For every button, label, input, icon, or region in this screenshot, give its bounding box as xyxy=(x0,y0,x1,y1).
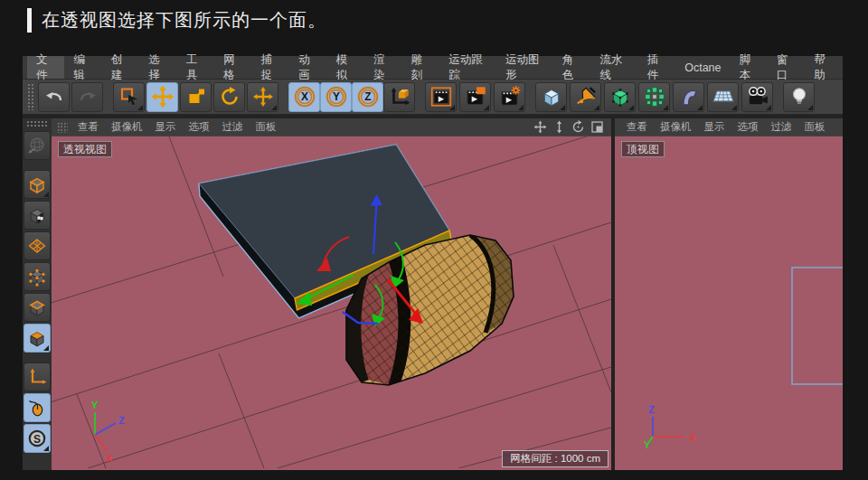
move-tool-button[interactable] xyxy=(146,82,178,112)
floor-icon xyxy=(712,85,735,108)
light-button[interactable] xyxy=(783,82,815,112)
vp-menu-display[interactable]: 显示 xyxy=(149,120,183,134)
live-selection-button[interactable] xyxy=(113,82,145,112)
undo-button[interactable] xyxy=(38,82,70,112)
subdivision-surface-button[interactable] xyxy=(604,82,636,112)
vp-menu-cameras[interactable]: 摄像机 xyxy=(105,120,149,134)
scale-tool-button[interactable] xyxy=(180,82,212,112)
render-settings-button[interactable] xyxy=(494,82,525,112)
rotate-tool-button[interactable] xyxy=(213,82,245,112)
task-title: 在透视图选择下图所示的一个面。 xyxy=(42,8,326,33)
vp-menu-cameras[interactable]: 摄像机 xyxy=(654,120,698,134)
snap-mouse-button[interactable] xyxy=(24,393,51,422)
vp-menu-panel[interactable]: 面板 xyxy=(798,120,832,134)
vp-menu-options[interactable]: 选项 xyxy=(183,120,216,134)
redo-button[interactable] xyxy=(71,82,103,112)
snap-s-icon: S xyxy=(27,428,47,448)
texture-mode-icon xyxy=(27,205,47,225)
perspective-axis-indicator: Y Z X xyxy=(91,400,125,464)
vp-menu-display[interactable]: 显示 xyxy=(698,120,731,134)
menu-file[interactable]: 文件 xyxy=(27,56,64,79)
menu-create[interactable]: 创建 xyxy=(102,56,139,79)
top-viewport[interactable]: Z X Y 顶视图 xyxy=(615,136,843,470)
svg-text:Y: Y xyxy=(333,90,340,103)
x-axis-lock-button[interactable]: X xyxy=(288,82,320,112)
menu-plugins[interactable]: 插件 xyxy=(638,56,675,79)
last-tool-button[interactable] xyxy=(247,82,278,112)
redo-icon xyxy=(77,86,99,108)
y-axis-lock-button[interactable]: Y xyxy=(320,82,352,112)
render-picture-viewer-icon xyxy=(464,85,487,108)
pen-spline-icon xyxy=(574,85,598,108)
menu-tools[interactable]: 工具 xyxy=(177,56,214,79)
vp-menu-view[interactable]: 查看 xyxy=(71,120,105,134)
subdivision-surface-icon xyxy=(609,85,632,108)
rotate-icon xyxy=(219,86,241,108)
perspective-viewport[interactable]: Y Z X 透视视图 网格间距 : 1000 cm xyxy=(52,136,611,470)
menu-mograph[interactable]: 运动图形 xyxy=(496,56,553,79)
coordinate-system-button[interactable] xyxy=(383,82,415,112)
array-button[interactable] xyxy=(638,82,670,112)
menu-edit[interactable]: 编辑 xyxy=(64,56,101,79)
menu-mesh[interactable]: 网格 xyxy=(214,56,251,79)
render-view-icon xyxy=(429,85,453,108)
rotate-view-icon[interactable] xyxy=(571,120,585,134)
maximize-view-icon[interactable] xyxy=(590,120,604,134)
menu-simulate[interactable]: 模拟 xyxy=(327,56,364,79)
model-mode-button[interactable] xyxy=(24,170,51,199)
workplane-mode-button[interactable] xyxy=(24,231,51,260)
menu-script[interactable]: 脚本 xyxy=(731,56,768,79)
add-cube-button[interactable] xyxy=(535,82,567,112)
zoom-view-icon[interactable] xyxy=(552,120,566,134)
last-tool-icon xyxy=(252,86,274,108)
texture-mode-button[interactable] xyxy=(24,201,51,230)
perspective-scene: Y Z X xyxy=(52,136,611,468)
y-axis-lock-icon: Y xyxy=(325,85,348,108)
perspective-pane-header: 查看 摄像机 显示 选项 过滤 面板 xyxy=(52,118,611,136)
sidebar-drag-handle[interactable] xyxy=(26,120,48,127)
undo-icon xyxy=(43,86,65,108)
vp-menu-options[interactable]: 选项 xyxy=(731,120,765,134)
pane-drag-handle[interactable] xyxy=(57,122,68,133)
menu-octane[interactable]: Octane xyxy=(675,56,730,79)
edges-mode-icon xyxy=(27,297,47,317)
svg-text:X: X xyxy=(106,453,113,464)
workspace: S 查看 摄像机 显示 选项 过滤 面板 xyxy=(23,115,843,470)
menu-motion-tracker[interactable]: 运动跟踪 xyxy=(439,56,496,79)
floor-button[interactable] xyxy=(707,82,739,112)
menu-sculpt[interactable]: 雕刻 xyxy=(402,56,439,79)
vp-menu-panel[interactable]: 面板 xyxy=(250,120,283,134)
snap-s-button[interactable]: S xyxy=(24,424,51,453)
pen-spline-button[interactable] xyxy=(570,82,601,112)
points-mode-icon xyxy=(27,267,47,287)
menu-window[interactable]: 窗口 xyxy=(768,56,805,79)
top-pane-header: 查看 摄像机 显示 选项 过滤 面板 xyxy=(615,118,843,136)
polygons-mode-button[interactable] xyxy=(24,324,51,353)
vp-menu-view[interactable]: 查看 xyxy=(620,120,654,134)
camera-button[interactable] xyxy=(741,82,773,112)
top-view-pane: 查看 摄像机 显示 选项 过滤 面板 Z X xyxy=(615,118,843,470)
make-editable-button[interactable] xyxy=(24,131,51,160)
vp-menu-filter[interactable]: 过滤 xyxy=(765,120,798,134)
enable-axis-button[interactable] xyxy=(24,362,51,391)
render-picture-viewer-button[interactable] xyxy=(459,82,491,112)
vp-menu-filter[interactable]: 过滤 xyxy=(216,120,250,134)
menu-snap[interactable]: 捕捉 xyxy=(252,56,289,79)
mode-sidebar: S xyxy=(23,118,52,470)
main-toolbar: X Y Z xyxy=(23,80,843,115)
pan-view-icon[interactable] xyxy=(533,120,547,134)
menu-render[interactable]: 渲染 xyxy=(364,56,401,79)
menu-character[interactable]: 角色 xyxy=(553,56,590,79)
points-mode-button[interactable] xyxy=(24,262,51,291)
model-mode-icon xyxy=(27,174,47,194)
z-axis-lock-button[interactable]: Z xyxy=(352,82,383,112)
menu-help[interactable]: 帮助 xyxy=(805,56,842,79)
menu-pipeline[interactable]: 流水线 xyxy=(591,56,638,79)
polygons-mode-icon xyxy=(27,328,47,348)
menu-animate[interactable]: 动画 xyxy=(289,56,326,79)
menu-select[interactable]: 选择 xyxy=(139,56,176,79)
render-view-button[interactable] xyxy=(425,82,457,112)
bend-deformer-button[interactable] xyxy=(673,82,704,112)
toolbar-drag-handle[interactable] xyxy=(27,83,34,110)
edges-mode-button[interactable] xyxy=(24,293,51,322)
